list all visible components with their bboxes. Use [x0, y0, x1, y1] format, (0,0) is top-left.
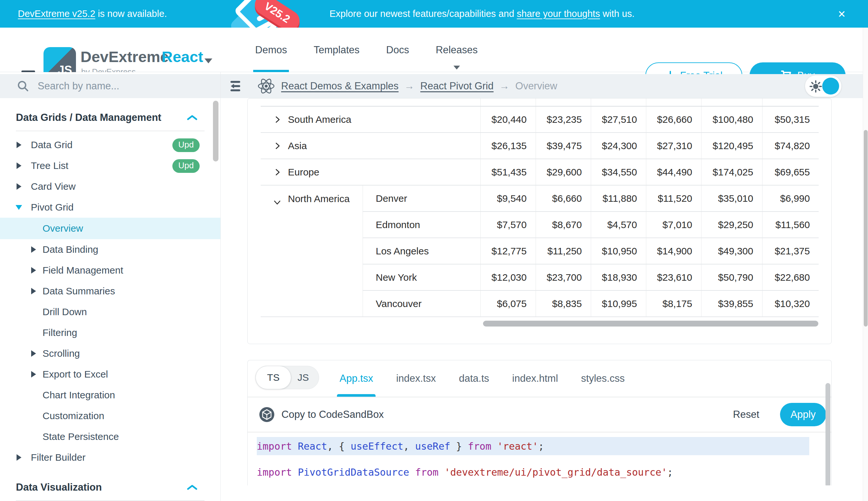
pivot-value-cell[interactable]: $12,030 — [481, 264, 536, 290]
pivot-value-cell[interactable]: $21,375 — [762, 238, 818, 264]
pivot-value-cell[interactable]: $39,475 — [536, 132, 591, 159]
sidebar-item-field-management[interactable]: Field Management — [0, 260, 220, 281]
code-editor[interactable]: import React, { useEffect, useRef } from… — [248, 433, 831, 486]
pivot-value-cell[interactable]: $69,655 — [762, 159, 818, 185]
sidebar-item-filtering[interactable]: Filtering — [0, 322, 220, 343]
pivot-value-cell[interactable]: $23,235 — [536, 106, 591, 132]
pivot-value-cell[interactable]: $35,010 — [701, 185, 762, 212]
language-toggle[interactable]: JS TS — [255, 366, 319, 389]
pivot-value-cell[interactable]: $26,135 — [481, 132, 536, 159]
breadcrumb-link-demos[interactable]: React Demos & Examples — [281, 80, 399, 92]
pivot-value-cell[interactable]: $8,175 — [646, 290, 701, 317]
sidebar-search[interactable] — [0, 74, 220, 98]
copy-to-codesandbox-button[interactable]: Copy to CodeSandBox — [259, 407, 384, 422]
pivot-value-cell[interactable]: $8,670 — [536, 212, 591, 238]
nav-item-docs[interactable]: Docs — [384, 28, 411, 72]
sidebar-item-drill-down[interactable]: Drill Down — [0, 301, 220, 322]
pivot-city-cell-denver[interactable]: Denver — [363, 185, 481, 212]
pivot-value-cell[interactable]: $24,300 — [591, 132, 646, 159]
apply-button[interactable]: Apply — [780, 403, 826, 426]
pivot-region-cell-asia[interactable]: Asia — [261, 132, 481, 159]
pivot-value-cell[interactable]: $9,540 — [481, 185, 536, 212]
pivot-value-cell[interactable]: $74,820 — [762, 132, 818, 159]
pivot-value-cell[interactable]: $18,930 — [591, 264, 646, 290]
pivot-value-cell[interactable]: $29,600 — [536, 159, 591, 185]
pivot-value-cell[interactable]: $20,440 — [481, 106, 536, 132]
pivot-region-cell-europe[interactable]: Europe — [261, 159, 481, 185]
pivot-value-cell[interactable]: $27,310 — [646, 132, 701, 159]
breadcrumb-link-pivot-grid[interactable]: React Pivot Grid — [420, 80, 494, 92]
pivot-city-cell-new-york[interactable]: New York — [363, 264, 481, 290]
tab-styles-css[interactable]: styles.css — [581, 360, 625, 397]
pivot-value-cell[interactable]: $23,700 — [536, 264, 591, 290]
share-your-thoughts-link[interactable]: share your thoughts — [517, 9, 600, 19]
pivot-value-cell[interactable]: $50,315 — [762, 106, 818, 132]
expand-icon[interactable] — [273, 168, 282, 177]
pivot-value-cell[interactable]: $44,490 — [646, 159, 701, 185]
tab-data-ts[interactable]: data.ts — [459, 360, 489, 397]
pivot-value-cell[interactable]: $10,950 — [591, 238, 646, 264]
sidebar-scrollbar[interactable] — [213, 101, 218, 161]
sidebar-item-chart-integration[interactable]: Chart Integration — [0, 385, 220, 405]
pivot-value-cell[interactable]: $22,680 — [762, 264, 818, 290]
pivot-value-cell[interactable]: $14,900 — [646, 238, 701, 264]
framework-selector[interactable]: React — [162, 48, 203, 66]
tab-app-tsx[interactable]: App.tsx — [340, 360, 373, 397]
banner-close-icon[interactable]: ✕ — [835, 7, 848, 21]
pivot-value-cell[interactable]: $27,510 — [591, 106, 646, 132]
reset-button[interactable]: Reset — [733, 409, 759, 420]
language-option-ts[interactable]: TS — [255, 366, 291, 389]
pivot-value-cell[interactable]: $174,025 — [701, 159, 762, 185]
pivot-region-cell-north-america[interactable]: North America — [261, 185, 363, 317]
pivot-value-cell[interactable]: $120,495 — [701, 132, 762, 159]
pivot-value-cell[interactable]: $7,010 — [646, 212, 701, 238]
theme-toggle-knob[interactable] — [822, 78, 839, 95]
banner-version-link[interactable]: DevExtreme v25.2 — [18, 9, 96, 19]
pivot-city-cell-edmonton[interactable]: Edmonton — [363, 212, 481, 238]
pivot-horizontal-scrollbar[interactable] — [483, 321, 818, 327]
expand-icon[interactable] — [273, 142, 282, 150]
tab-index-tsx[interactable]: index.tsx — [396, 360, 436, 397]
sidebar-item-overview[interactable]: Overview — [0, 218, 220, 239]
pivot-value-cell[interactable]: $34,550 — [591, 159, 646, 185]
sidebar-item-pivot-grid[interactable]: Pivot Grid — [0, 197, 220, 218]
pivot-value-cell[interactable]: $23,610 — [646, 264, 701, 290]
pivot-value-cell[interactable]: $7,570 — [481, 212, 536, 238]
pivot-value-cell[interactable]: $49,300 — [701, 238, 762, 264]
sidebar-item-card-view[interactable]: Card View — [0, 176, 220, 197]
pivot-value-cell[interactable]: $29,250 — [701, 212, 762, 238]
nav-item-templates[interactable]: Templates — [312, 28, 361, 72]
brand-name[interactable]: DevExtreme — [80, 48, 169, 66]
pivot-value-cell[interactable]: $39,855 — [701, 290, 762, 317]
tab-index-html[interactable]: index.html — [512, 360, 558, 397]
pivot-value-cell[interactable]: $11,880 — [591, 185, 646, 212]
nav-item-releases[interactable]: Releases — [434, 28, 480, 72]
sidebar-item-tree-list[interactable]: Tree ListUpd — [0, 155, 220, 176]
sidebar-section-data-visualization[interactable]: Data Visualization — [0, 476, 220, 498]
pivot-value-cell[interactable]: $26,660 — [646, 106, 701, 132]
sidebar-item-data-grid[interactable]: Data GridUpd — [0, 135, 220, 155]
sidebar-item-data-summaries[interactable]: Data Summaries — [0, 281, 220, 301]
expand-icon[interactable] — [273, 115, 282, 124]
pivot-value-cell[interactable]: $11,250 — [536, 238, 591, 264]
nav-item-demos[interactable]: Demos — [253, 28, 289, 72]
pivot-value-cell[interactable]: $6,660 — [536, 185, 591, 212]
pivot-value-cell[interactable]: $51,435 — [481, 159, 536, 185]
pivot-value-cell[interactable]: $100,480 — [701, 106, 762, 132]
pivot-value-cell[interactable]: $10,320 — [762, 290, 818, 317]
pivot-city-cell-vancouver[interactable]: Vancouver — [363, 290, 481, 317]
page-scrollbar-thumb[interactable] — [864, 130, 868, 327]
search-input[interactable] — [38, 80, 194, 92]
pivot-value-cell[interactable]: $11,520 — [646, 185, 701, 212]
pivot-value-cell[interactable]: $8,835 — [536, 290, 591, 317]
pivot-value-cell[interactable]: $4,570 — [591, 212, 646, 238]
collapse-sidebar-icon[interactable] — [229, 80, 242, 92]
pivot-city-cell-los-angeles[interactable]: Los Angeles — [363, 238, 481, 264]
page-scrollbar-track[interactable] — [863, 28, 868, 501]
pivot-value-cell[interactable]: $6,990 — [762, 185, 818, 212]
pivot-region-cell-south-america[interactable]: South America — [261, 106, 481, 132]
pivot-value-cell[interactable]: $6,075 — [481, 290, 536, 317]
collapse-icon[interactable] — [273, 198, 282, 206]
sidebar-item-scrolling[interactable]: Scrolling — [0, 343, 220, 364]
sidebar-item-filter-builder[interactable]: Filter Builder — [0, 447, 220, 468]
